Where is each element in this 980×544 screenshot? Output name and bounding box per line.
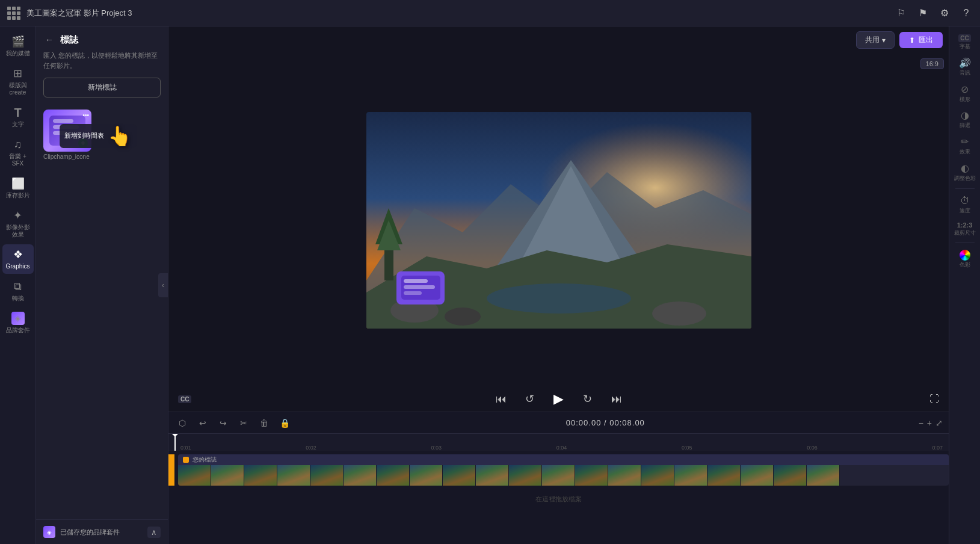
fullscreen-button[interactable]: ⛶ xyxy=(929,394,939,404)
panel: ← 標誌 匯入 您的標誌，以便輕鬆地將其新增至任何影片。 新增標誌 ••• xyxy=(36,26,168,544)
sticker-menu-dots[interactable]: ••• xyxy=(82,112,89,119)
nav-item-effects[interactable]: ✦ 影像外影效果 xyxy=(2,205,34,242)
templates-icon: ⊞ xyxy=(11,67,25,80)
delete-button[interactable]: 🗑 xyxy=(256,415,272,431)
rs-item-speed[interactable]: ⏱ 速度 xyxy=(951,193,979,217)
captions-icon: CC xyxy=(958,34,970,42)
current-time: 00:00.00 xyxy=(566,418,602,427)
undo-button[interactable]: ↩ xyxy=(195,415,211,431)
thumb-11 xyxy=(509,465,542,486)
playhead[interactable] xyxy=(174,434,176,451)
share-icon[interactable]: ⚐ xyxy=(895,7,908,20)
track-header-bar: 您的標誌 xyxy=(178,454,949,465)
track-flag-icon xyxy=(183,457,189,463)
video-area: 共用 ▾ ⬆ 匯出 16:9 xyxy=(168,26,949,412)
panel-collapse-button[interactable]: ∧ xyxy=(147,527,161,538)
rs-item-effects[interactable]: ✏ 效果 xyxy=(951,133,979,158)
rs-label-effects: 效果 xyxy=(960,149,970,155)
redo-button[interactable]: ↪ xyxy=(215,415,231,431)
nav-item-templates[interactable]: ⊞ 樣版與create xyxy=(2,63,34,100)
rs-item-crop[interactable]: 1:2:3 裁剪尺寸 xyxy=(951,218,979,240)
rs-item-captions[interactable]: CC 字基 xyxy=(951,31,979,53)
rs-item-motion[interactable]: ◑ 篩選 xyxy=(951,107,979,132)
cut-button[interactable]: ✂ xyxy=(236,415,251,431)
nav-label-my-media: 我的媒體 xyxy=(6,50,30,57)
thumb-16 xyxy=(674,465,707,486)
tooltip-text: 新增到時間表 xyxy=(64,131,104,140)
play-button[interactable]: ▶ xyxy=(550,390,568,408)
thumb-5 xyxy=(310,465,344,486)
effects-icon-rs: ✏ xyxy=(961,136,969,147)
rs-label-filters: 模形 xyxy=(960,96,970,103)
nav-item-stock[interactable]: ⬜ 庫存影片 xyxy=(2,173,34,203)
nav-item-music[interactable]: ♫ 音樂 + SFX xyxy=(2,134,34,171)
rs-item-filters[interactable]: ⊘ 模形 xyxy=(951,81,979,106)
nav-item-graphics[interactable]: ❖ Graphics xyxy=(2,244,34,274)
thumb-19 xyxy=(774,465,807,486)
music-icon: ♫ xyxy=(11,138,25,151)
rs-label-speed: 速度 xyxy=(960,208,970,214)
skip-forward-button[interactable]: ⏭ xyxy=(608,390,626,408)
my-media-icon: 🎬 xyxy=(11,35,25,48)
zoom-out-button[interactable]: − xyxy=(919,418,923,428)
svg-rect-15 xyxy=(404,279,428,283)
nav-item-text[interactable]: T 文字 xyxy=(2,102,34,132)
sticker-container: ••• + Clipchamp_icone 新增到時間表 👆 xyxy=(43,110,91,162)
ruler-mark-05: 0:05 xyxy=(682,445,692,451)
thumb-20 xyxy=(807,465,840,486)
thumb-1 xyxy=(178,465,211,486)
graphics-icon: ❖ xyxy=(11,248,25,261)
thumb-17 xyxy=(707,465,741,486)
track-logos: 您的標誌 xyxy=(168,454,949,486)
add-to-timeline-tooltip: 新增到時間表 👆 xyxy=(60,124,137,148)
nav-item-my-media[interactable]: 🎬 我的媒體 xyxy=(2,31,34,61)
forward-button[interactable]: ↻ xyxy=(579,390,597,408)
rs-item-colorpicker[interactable]: 色彩 xyxy=(951,247,979,271)
aspect-ratio-badge: 16:9 xyxy=(920,58,944,69)
rs-item-audio[interactable]: 🔊 音訊 xyxy=(951,54,979,79)
sticker-label: Clipchamp_icone xyxy=(43,153,91,160)
share-chevron-icon: ▾ xyxy=(882,36,886,45)
pointer-tool[interactable]: ⬡ xyxy=(174,415,190,431)
timeline-time: 00:00.00 / 00:08.00 xyxy=(297,418,914,427)
thumb-10 xyxy=(476,465,509,486)
panel-title: 標誌 xyxy=(60,34,78,46)
export-button[interactable]: ⬆ 匯出 xyxy=(899,32,943,48)
back-button[interactable]: ← xyxy=(43,34,55,46)
lock-button[interactable]: 🔒 xyxy=(277,415,292,431)
zoom-fit-button[interactable]: ⤢ xyxy=(935,418,943,428)
help-icon[interactable]: ? xyxy=(960,7,973,20)
settings-icon[interactable]: ⚙ xyxy=(938,7,951,20)
track-content[interactable]: 您的標誌 xyxy=(178,454,949,486)
panel-toggle-arrow[interactable]: ‹ xyxy=(158,273,168,297)
rs-label-colorpicker: 色彩 xyxy=(960,262,970,268)
cc-badge[interactable]: CC xyxy=(178,395,191,403)
skip-back-button[interactable]: ⏮ xyxy=(492,390,510,408)
rewind-button[interactable]: ↺ xyxy=(521,390,539,408)
rs-label-crop: 裁剪尺寸 xyxy=(954,230,976,236)
panel-header: ← 標誌 xyxy=(36,26,168,51)
nav-item-brand[interactable]: ◈ 品牌套件 xyxy=(2,308,34,338)
share-button[interactable]: 共用 ▾ xyxy=(856,31,895,49)
timeline-ruler: 0 0:01 0:02 0:03 0:04 0:05 0:06 0:07 xyxy=(168,434,949,451)
time-separator: / xyxy=(604,418,609,427)
nav-item-transitions[interactable]: ⧉ 轉換 xyxy=(2,276,34,306)
zoom-in-button[interactable]: + xyxy=(927,418,932,428)
speed-icon: ⏱ xyxy=(960,196,970,206)
svg-rect-16 xyxy=(404,285,435,289)
rs-item-color-adjust[interactable]: ◐ 調整色彩 xyxy=(951,159,979,185)
app-menu-icon[interactable] xyxy=(7,7,20,20)
thumb-18 xyxy=(741,465,774,486)
svg-point-12 xyxy=(652,301,706,326)
timeline: ⬡ ↩ ↪ ✂ 🗑 🔒 00:00.00 / 00:08.00 − + ⤢ xyxy=(168,412,949,544)
rs-label-captions: 字基 xyxy=(960,43,970,50)
thumb-2 xyxy=(211,465,244,486)
timeline-tracks: 您的標誌 xyxy=(168,451,949,544)
left-nav: 🎬 我的媒體 ⊞ 樣版與create T 文字 ♫ 音樂 + SFX ⬜ 庫存影… xyxy=(0,26,36,544)
thumb-6 xyxy=(344,465,377,486)
add-logo-button[interactable]: 新增標誌 xyxy=(43,78,161,97)
drop-area[interactable]: 在這裡拖放檔案 xyxy=(168,487,949,511)
nav-label-brand: 品牌套件 xyxy=(6,327,30,334)
flag-icon[interactable]: ⚑ xyxy=(916,7,929,20)
track-name: 您的標誌 xyxy=(193,456,217,464)
